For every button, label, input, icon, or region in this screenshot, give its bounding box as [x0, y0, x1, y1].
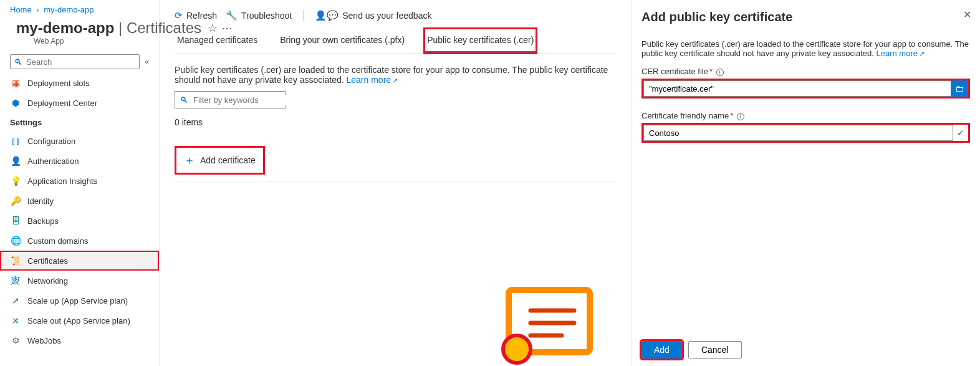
breadcrumb-home[interactable]: Home: [10, 5, 32, 14]
refresh-button[interactable]: ⟳ Refresh: [175, 10, 217, 21]
troubleshoot-button[interactable]: 🔧 Troubleshoot: [226, 10, 292, 21]
cert-tabs: Managed certificates Bring your own cert…: [175, 29, 616, 54]
authentication-icon: 👤: [10, 156, 21, 166]
sidebar-item-networking[interactable]: 🕸 Networking: [0, 271, 159, 291]
panel-learn-more-link[interactable]: Learn more↗: [877, 49, 925, 58]
sidebar-item-scale-out[interactable]: ⤨ Scale out (App Service plan): [0, 311, 159, 330]
folder-icon: 🗀: [955, 84, 964, 94]
resource-type-label: Web App: [0, 37, 159, 51]
sidebar-item-label: Deployment Center: [27, 99, 97, 108]
backups-icon: 🗄: [10, 216, 21, 226]
sidebar-heading-settings: Settings: [0, 113, 159, 131]
sidebar-item-scale-up[interactable]: ↗ Scale up (App Service plan): [0, 291, 159, 311]
custom-domains-icon: 🌐: [10, 236, 21, 246]
wrench-icon: 🔧: [226, 10, 238, 21]
configuration-icon: ⫿⫿: [10, 136, 21, 146]
app-insights-icon: 💡: [10, 176, 21, 186]
networking-icon: 🕸: [10, 276, 21, 286]
feedback-icon: 👤💬: [315, 10, 339, 21]
sidebar-item-label: WebJobs: [27, 336, 61, 345]
breadcrumb-sep: ›: [36, 5, 39, 14]
cer-file-input[interactable]: [643, 80, 951, 97]
panel-title: Add public key certificate: [641, 10, 970, 24]
sidebar-search-input[interactable]: [25, 57, 135, 67]
sidebar-item-label: Application Insights: [27, 176, 97, 186]
toolbar-divider: [303, 10, 304, 21]
certificate-illustration: [499, 287, 593, 366]
valid-check-icon: ✓: [957, 128, 964, 138]
sidebar-item-configuration[interactable]: ⫿⫿ Configuration: [0, 131, 159, 151]
sidebar-item-label: Custom domains: [27, 236, 89, 246]
identity-icon: 🔑: [10, 196, 21, 206]
search-icon: 🔍︎: [14, 57, 22, 67]
section-divider: [175, 181, 616, 181]
panel-intro: Public key certificates (.cer) are loade…: [641, 39, 970, 58]
troubleshoot-label: Troubleshoot: [241, 11, 292, 21]
tab-public-key-certs[interactable]: Public key certificates (.cer): [425, 29, 536, 53]
info-icon[interactable]: i: [716, 69, 724, 76]
sidebar-item-label: Authentication: [27, 157, 79, 166]
sidebar-item-deployment-slots[interactable]: ▦ Deployment slots: [0, 73, 159, 93]
sidebar-item-label: Identity: [27, 196, 54, 206]
add-cert-panel: ✕ Add public key certificate Public key …: [631, 0, 980, 366]
collapse-sidebar-icon[interactable]: «: [145, 57, 149, 66]
scale-up-icon: ↗: [10, 296, 21, 306]
refresh-icon: ⟳: [175, 10, 183, 21]
sidebar-item-label: Scale out (App Service plan): [27, 316, 130, 325]
filter-input[interactable]: [192, 95, 299, 105]
refresh-label: Refresh: [186, 11, 217, 21]
add-certificate-label: Add certificate: [200, 155, 256, 165]
search-icon: 🔍︎: [180, 95, 188, 105]
breadcrumb: Home › my-demo-app: [0, 0, 159, 17]
items-count: 0 items: [175, 117, 631, 127]
tab-bring-own-certs[interactable]: Bring your own certificates (.pfx): [277, 29, 407, 53]
sidebar-nav: ▦ Deployment slots ⬢ Deployment Center S…: [0, 73, 159, 366]
sidebar-item-custom-domains[interactable]: 🌐 Custom domains: [0, 231, 159, 251]
sidebar-item-backups[interactable]: 🗄 Backups: [0, 211, 159, 231]
deployment-slots-icon: ▦: [10, 78, 21, 88]
add-certificate-button[interactable]: ＋ Add certificate: [175, 146, 265, 175]
svg-point-8: [503, 335, 531, 363]
main-pane: ⟳ Refresh 🔧 Troubleshoot 👤💬 Send us your…: [160, 0, 631, 366]
sidebar-item-label: Networking: [27, 276, 68, 286]
sidebar-item-authentication[interactable]: 👤 Authentication: [0, 151, 159, 171]
sidebar-item-label: Configuration: [27, 137, 75, 146]
page-title-row: my-demo-app | Certificates ☆ ⋯: [0, 17, 159, 37]
friendly-name-input[interactable]: [643, 125, 953, 141]
name-field-label: Certificate friendly name* i: [641, 111, 970, 120]
file-field-row: 🗀: [641, 79, 970, 99]
tab-managed-certs[interactable]: Managed certificates: [175, 29, 260, 53]
deployment-center-icon: ⬢: [10, 98, 21, 108]
close-panel-button[interactable]: ✕: [963, 9, 971, 21]
sidebar-item-label: Certificates: [27, 256, 68, 266]
sidebar-item-webjobs[interactable]: ⚙ WebJobs: [0, 330, 159, 350]
sidebar-item-app-insights[interactable]: 💡 Application Insights: [0, 171, 159, 191]
friendly-name-row: ✓: [641, 123, 970, 143]
sidebar-item-certificates[interactable]: 📜 Certificates: [0, 251, 159, 271]
sidebar-item-deployment-center[interactable]: ⬢ Deployment Center: [0, 93, 159, 113]
filter-box[interactable]: 🔍︎: [175, 91, 286, 108]
title-main: my-demo-app: [16, 19, 114, 36]
feedback-button[interactable]: 👤💬 Send us your feedback: [315, 10, 431, 21]
command-bar: ⟳ Refresh 🔧 Troubleshoot 👤💬 Send us your…: [175, 6, 631, 25]
breadcrumb-resource[interactable]: my-demo-app: [44, 5, 94, 14]
feedback-label: Send us your feedback: [342, 11, 431, 21]
info-icon[interactable]: i: [737, 113, 744, 120]
browse-file-button[interactable]: 🗀: [951, 80, 968, 97]
sidebar-search[interactable]: 🔍︎: [10, 54, 140, 69]
panel-add-button[interactable]: Add: [641, 341, 682, 359]
panel-cancel-button[interactable]: Cancel: [688, 341, 742, 359]
sidebar-item-label: Deployment slots: [27, 79, 90, 88]
external-link-icon: ↗: [919, 50, 925, 57]
webjobs-icon: ⚙: [10, 335, 21, 345]
sidebar-item-identity[interactable]: 🔑 Identity: [0, 191, 159, 211]
scale-out-icon: ⤨: [10, 315, 21, 325]
sidebar-item-label: Scale up (App Service plan): [27, 296, 128, 306]
certificates-icon: 📜: [10, 256, 21, 266]
learn-more-link[interactable]: Learn more↗: [347, 75, 398, 85]
sidebar-item-label: Backups: [27, 216, 59, 226]
external-link-icon: ↗: [392, 77, 398, 84]
plus-icon: ＋: [184, 153, 195, 168]
panel-footer: Add Cancel: [641, 336, 970, 359]
tab-description: Public key certificates (.cer) are loade…: [175, 65, 616, 85]
